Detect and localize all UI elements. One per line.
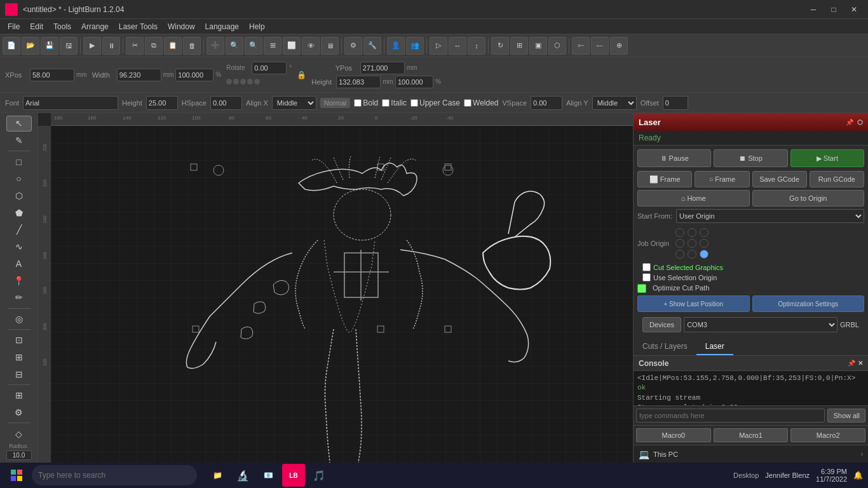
circle-cross-tool[interactable]: ◎ [6, 311, 32, 327]
width-pct-input[interactable] [175, 69, 214, 81]
menu-window[interactable]: Window [163, 21, 200, 32]
optimization-settings-btn[interactable]: Optimization Settings [752, 295, 865, 312]
notification-icon[interactable]: 🔔 [853, 471, 863, 480]
font-height-input[interactable] [146, 96, 178, 110]
jo-ml[interactable] [675, 239, 684, 248]
bold-checkbox[interactable] [354, 99, 362, 107]
maximize-button[interactable]: □ [825, 3, 843, 16]
start-button[interactable]: ▶ Start [790, 149, 864, 167]
menu-laser-tools[interactable]: Laser Tools [114, 21, 163, 32]
offset-tool[interactable]: ⊡ [6, 332, 32, 348]
measure-tool[interactable]: ✏ [6, 290, 32, 306]
poly-tool2[interactable]: ⬟ [6, 205, 32, 220]
jo-mm[interactable] [688, 239, 696, 248]
show-all-button[interactable]: Show all [827, 409, 865, 423]
drawing-canvas[interactable] [51, 126, 633, 463]
font-input[interactable] [23, 96, 118, 110]
jo-tr[interactable] [700, 228, 709, 237]
cut-btn[interactable]: ✂ [126, 37, 144, 55]
jo-tl[interactable] [675, 228, 684, 237]
taskbar-icon-lightburn[interactable]: LB [282, 464, 305, 487]
extra1-btn[interactable]: ⟜ [572, 37, 590, 55]
height-pct-input[interactable] [395, 76, 433, 88]
taskbar-icon-lab[interactable]: 🔬 [231, 464, 254, 487]
height-input[interactable] [336, 76, 381, 88]
devices-button[interactable]: Devices [642, 317, 681, 332]
pause-laser-btn[interactable]: ⏸ [102, 37, 120, 55]
frame-button-1[interactable]: ⬜ Frame [637, 171, 692, 187]
delete-btn[interactable]: 🗑 [183, 37, 201, 55]
open-btn[interactable]: 📂 [22, 37, 39, 55]
flip-h-btn[interactable]: ↔ [449, 37, 466, 55]
flip-v-btn[interactable]: ↕ [468, 37, 485, 55]
tools2-btn[interactable]: 🔧 [363, 37, 381, 55]
text-tool[interactable]: A [6, 256, 32, 272]
save-btn[interactable]: 💾 [41, 37, 58, 55]
show-last-position-btn[interactable]: + Show Last Position [637, 295, 750, 312]
new-btn[interactable]: 📄 [3, 37, 20, 55]
rect-tool[interactable]: □ [6, 154, 32, 170]
goto-origin-button[interactable]: Go to Origin [752, 190, 865, 207]
break-tool[interactable]: ⊟ [6, 367, 32, 383]
cut-selected-checkbox[interactable] [642, 263, 651, 271]
align-btn[interactable]: ⊞ [510, 37, 528, 55]
grid-tool[interactable]: ⊞ [6, 388, 32, 403]
menu-arrange[interactable]: Arrange [76, 21, 114, 32]
monitor-btn[interactable]: 🖥 [321, 37, 339, 55]
tab-cuts-layers[interactable]: Cuts / Layers [634, 339, 696, 355]
menu-file[interactable]: File [3, 21, 25, 32]
zoom-out-btn[interactable]: 🔍 [245, 37, 262, 55]
paste-btn[interactable]: 📋 [164, 37, 182, 55]
laser-pin-btn[interactable]: 📌 [846, 119, 853, 126]
ypos-input[interactable] [360, 62, 405, 74]
taskbar-icon-files[interactable]: 📁 [206, 464, 229, 487]
pin-tool[interactable]: 📍 [6, 273, 32, 288]
welded-checkbox[interactable] [464, 99, 471, 107]
console-output[interactable]: <Idle|MPos:53.155,2.758,0.000|Bf:35,253|… [634, 371, 868, 405]
zoom-in-btn[interactable]: 🔍 [226, 37, 243, 55]
stop-button[interactable]: ⏹ Stop [714, 149, 787, 167]
jo-br[interactable] [700, 250, 709, 259]
laser-float-btn[interactable]: ⬡ [857, 119, 863, 126]
canvas-area[interactable]: 180 160 140 120 100 80 60 40 20 0 -20 -4… [38, 113, 633, 463]
taskbar-icon-email[interactable]: 📧 [257, 464, 280, 487]
console-pin-btn[interactable]: 📌 [848, 360, 855, 367]
run-gcode-button[interactable]: Run GCode [810, 171, 864, 187]
menu-tools[interactable]: Tools [48, 21, 76, 32]
jo-bm[interactable] [688, 250, 696, 259]
com-select[interactable]: COM3 [684, 317, 837, 332]
copy-btn[interactable]: ⧉ [145, 37, 163, 55]
send-btn[interactable]: ▷ [430, 37, 447, 55]
menu-edit[interactable]: Edit [25, 21, 48, 32]
tab-laser[interactable]: Laser [696, 339, 733, 355]
group-btn[interactable]: ▣ [529, 37, 547, 55]
jo-tm[interactable] [688, 228, 696, 237]
zoom-fit-btn[interactable]: ⊞ [264, 37, 281, 55]
start-button-taskbar[interactable] [5, 464, 28, 487]
taskbar-search-input[interactable] [32, 465, 197, 485]
jo-bl[interactable] [675, 250, 684, 259]
use-selection-checkbox[interactable] [642, 273, 651, 281]
gear-tool[interactable]: ⚙ [6, 405, 32, 421]
radius-input[interactable] [6, 451, 32, 460]
width-input[interactable] [117, 69, 161, 81]
extra3-btn[interactable]: ⊕ [610, 37, 628, 55]
save-as-btn[interactable]: 🖫 [60, 37, 78, 55]
select-tool[interactable]: ↖ [6, 116, 32, 132]
settings-btn[interactable]: ⚙ [344, 37, 362, 55]
close-button[interactable]: ✕ [845, 3, 863, 16]
minimize-button[interactable]: ─ [804, 3, 822, 16]
edit-tool[interactable]: ✎ [6, 133, 32, 149]
frame-button-2[interactable]: ○ Frame [695, 171, 749, 187]
align-x-select[interactable]: Middle [272, 96, 316, 110]
spline-tool[interactable]: ∿ [6, 239, 32, 255]
start-from-select[interactable]: User Origin [676, 209, 864, 223]
start-laser-btn[interactable]: ▶ [83, 37, 101, 55]
hspace-input[interactable] [210, 96, 242, 110]
user2-btn[interactable]: 👥 [406, 37, 424, 55]
rotate-input[interactable] [252, 62, 287, 74]
menu-help[interactable]: Help [244, 21, 270, 32]
select-region-btn[interactable]: ⬜ [283, 37, 301, 55]
home-button[interactable]: ⌂ Home [637, 190, 750, 207]
thispc-row[interactable]: 💻 This PC › [634, 445, 868, 463]
